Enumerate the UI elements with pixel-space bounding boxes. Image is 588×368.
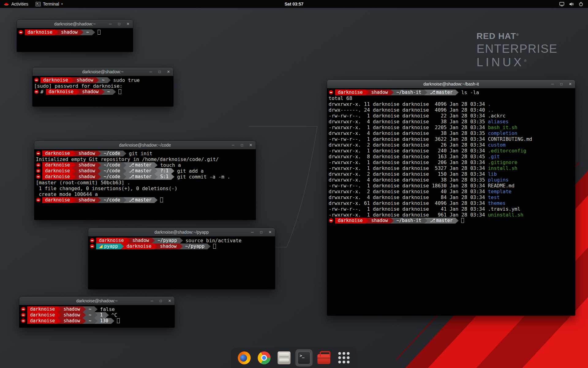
powerline-separator-icon — [123, 174, 126, 180]
file-name: .travis.yml — [488, 206, 520, 212]
terminal-line: -rw-rw-r--. 1 darknoise darknoise 18630 … — [329, 183, 575, 189]
terminal-line: pyappdarknoiseshadow~/pyapp — [90, 243, 274, 249]
window-titlebar[interactable]: darknoise@shadow:~ ─ □ ✕ — [19, 297, 175, 305]
terminal-line: drwxrwxr-x. 8 darknoise darknoise 163 Ja… — [329, 154, 575, 159]
terminal-cursor — [119, 89, 121, 94]
power-icon[interactable] — [579, 2, 583, 6]
powerline-separator-icon — [455, 90, 458, 95]
maximize-button[interactable]: □ — [259, 230, 263, 234]
terminal-window: darknoise@shadow:~ ─ □ ✕ darknoiseshadow… — [32, 67, 173, 106]
terminal-cursor — [461, 218, 464, 223]
prompt-segment-host: shadow — [76, 162, 98, 168]
prompt-segment-path: ~/bash-it — [394, 90, 424, 95]
powerline-separator-icon — [365, 218, 368, 224]
output-text: -rwxrwxr-x. 1 darknoise darknoise 5327 J… — [329, 165, 488, 171]
terminal-line: darknoiseshadow~1^C — [21, 312, 174, 318]
dock-item-app-grid[interactable] — [335, 349, 352, 366]
dock-item-files[interactable] — [276, 349, 293, 366]
powerline-separator-icon — [154, 174, 157, 180]
command-text: git add a — [177, 168, 204, 174]
minimize-button[interactable]: ─ — [149, 70, 153, 74]
powerline-separator-icon — [73, 151, 76, 156]
powerline-separator-icon — [123, 162, 126, 168]
redhat-prompt-icon — [36, 163, 40, 167]
brand-red-hat: RED HAT® — [477, 31, 557, 41]
redhat-prompt-icon — [36, 151, 40, 155]
dock-item-firefox[interactable] — [236, 349, 253, 366]
prompt-segment-user: darknoise — [46, 89, 76, 95]
volume-icon[interactable] — [569, 2, 574, 6]
file-name: test — [488, 194, 500, 200]
maximize-button[interactable]: □ — [117, 22, 121, 26]
prompt-segment-host: shadow — [79, 89, 101, 95]
terminal-screen[interactable]: darknoiseshadow~ — [17, 28, 133, 52]
redhat-logo-icon — [4, 2, 9, 6]
output-text: drwxrwxr-x. 8 darknoise darknoise 163 Ja… — [329, 154, 488, 159]
close-button[interactable]: ✕ — [249, 143, 253, 147]
prompt-segment-path: ~/bash-it — [394, 218, 424, 224]
output-text: -rw-rw-r--. 1 darknoise darknoise 22 Jan… — [329, 113, 488, 119]
minimize-button[interactable]: ─ — [150, 299, 154, 303]
window-titlebar[interactable]: darknoise@shadow:~/bash-it ─ □ ✕ — [327, 80, 575, 88]
maximize-button[interactable]: □ — [559, 82, 564, 86]
prompt-segment-host: shadow — [76, 197, 98, 203]
dock-item-chrome[interactable] — [256, 349, 273, 366]
close-button[interactable]: ✕ — [268, 230, 272, 234]
dock: >_ — [231, 347, 357, 368]
window-titlebar[interactable]: darknoise@shadow:~/pyapp ─ □ ✕ — [88, 228, 275, 236]
terminal-screen[interactable]: darknoiseshadow~/codegit initInitialized… — [34, 149, 256, 220]
window-titlebar[interactable]: darknoise@shadow:~ ─ □ ✕ — [17, 20, 133, 28]
terminal-screen[interactable]: darknoiseshadow~sudo true[sudo] password… — [32, 76, 173, 106]
maximize-button[interactable]: □ — [159, 299, 163, 303]
terminal-line: drwxrwxr-x. 2 darknoise darknoise 150 Ja… — [329, 171, 575, 177]
git-branch-icon: ⎇ — [129, 168, 134, 174]
terminal-screen[interactable]: darknoiseshadow~falsedarknoiseshadow~1^C… — [19, 305, 175, 328]
prompt-segment-user: darknoise — [96, 238, 126, 243]
window-controls: ─ □ ✕ — [108, 20, 130, 28]
powerline-separator-icon — [424, 218, 427, 224]
window-title: darknoise@shadow:~/pyapp — [154, 230, 209, 235]
terminal-cursor — [98, 30, 100, 35]
output-text: -rwxrwxr-x. 1 darknoise darknoise 2205 J… — [329, 125, 488, 130]
window-controls: ─ □ ✕ — [149, 67, 171, 76]
display-icon[interactable] — [559, 2, 564, 6]
minimize-button[interactable]: ─ — [550, 82, 555, 86]
close-button[interactable]: ✕ — [168, 299, 172, 303]
file-name: bash_it.sh — [488, 125, 517, 130]
window-title: darknoise@shadow:~/bash-it — [423, 82, 479, 86]
prompt-segment-status: ?:1 — [157, 168, 171, 174]
prompt-segment-path: ~ — [86, 306, 94, 312]
prompt-segment-user: darknoise — [42, 151, 73, 156]
terminal-line: darknoiseshadow~/bash-it⎇master — [329, 218, 575, 224]
terminal-screen[interactable]: darknoiseshadow~/bash-it⎇masterls -latot… — [327, 88, 575, 316]
maximize-button[interactable]: □ — [157, 70, 162, 74]
powerline-separator-icon — [92, 29, 95, 35]
dock-item-terminal[interactable]: >_ — [296, 349, 313, 366]
app-menu-terminal[interactable]: >_ Terminal ▾ — [32, 0, 66, 8]
window-titlebar[interactable]: darknoise@shadow:~/code ─ □ ✕ — [34, 141, 256, 149]
close-button[interactable]: ✕ — [568, 82, 572, 86]
git-branch-icon: ⎇ — [430, 218, 435, 223]
powerline-separator-icon — [171, 174, 174, 180]
window-titlebar[interactable]: darknoise@shadow:~ ─ □ ✕ — [32, 67, 173, 76]
close-button[interactable]: ✕ — [126, 22, 130, 26]
output-text: 1 file changed, 0 insertions(+), 0 delet… — [36, 186, 177, 191]
minimize-button[interactable]: ─ — [231, 143, 235, 147]
app-grid-icon — [337, 351, 350, 364]
output-text: drwxrwxr-x. 11 darknoise darknoise 4096 … — [329, 101, 488, 107]
activities-button[interactable]: Activities — [0, 0, 32, 8]
close-button[interactable]: ✕ — [166, 70, 171, 74]
prompt-segment-path: ~/code — [101, 197, 123, 203]
terminal-screen[interactable]: darknoiseshadow~/pyappsource bin/activat… — [88, 236, 275, 289]
dock-item-toolbox[interactable] — [315, 349, 333, 366]
terminal-window: darknoise@shadow:~ ─ □ ✕ darknoiseshadow… — [19, 297, 175, 328]
prompt-segment-user: darknoise — [42, 197, 73, 203]
minimize-button[interactable]: ─ — [250, 230, 254, 234]
clock[interactable]: Sat 03:57 — [281, 0, 307, 8]
maximize-button[interactable]: □ — [240, 143, 244, 147]
powerline-separator-icon — [107, 77, 111, 83]
minimize-button[interactable]: ─ — [108, 22, 112, 26]
prompt-segment-path: ~/pyapp — [183, 243, 207, 249]
terminal-window: darknoise@shadow:~ ─ □ ✕ darknoiseshadow… — [17, 20, 133, 52]
prompt-segment-git: ⎇master — [427, 90, 455, 95]
